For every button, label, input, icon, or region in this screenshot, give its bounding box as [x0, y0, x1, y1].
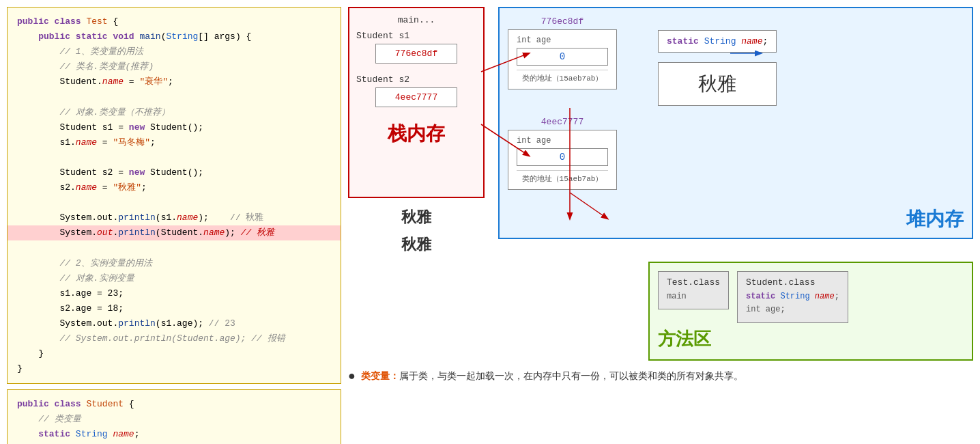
code-line: public class Test {	[17, 14, 331, 29]
output-1: 秋雅	[401, 204, 431, 231]
code-line	[17, 89, 331, 105]
test-class-content: main	[667, 290, 720, 303]
right-panel: main... Student s1 776ec8df Student s2 4…	[348, 7, 973, 444]
bottom-note: ● 类变量：属于类，与类一起加载一次，在内存中只有一份，可以被类和类的所有对象共…	[348, 365, 973, 389]
student-class-box: Student.class static String name; int ag…	[737, 271, 848, 322]
code-test-box: public class Test { public static void m…	[7, 7, 341, 384]
code-line: // 类变量	[17, 412, 331, 427]
code-line: // 对象.实例变量	[17, 271, 331, 286]
stack-item-s2: Student s2 4eec7777	[356, 74, 476, 107]
code-line	[17, 150, 331, 165]
qiuya-value-box: 秋雅	[658, 62, 777, 106]
stack-area-label: 栈内存	[356, 121, 476, 147]
heap-obj2-classaddr: 类的地址（15aeb7ab）	[517, 170, 608, 184]
test-class-name: Test.class	[667, 277, 720, 288]
heap-obj1: int age 0 类的地址（15aeb7ab）	[508, 29, 617, 89]
code-line: s1.age = 23;	[17, 286, 331, 301]
code-line: // 2、实例变量的用法	[17, 256, 331, 271]
note-keyword: 类变量：	[361, 370, 399, 381]
heap-obj2: int age 0 类的地址（15aeb7ab）	[508, 130, 617, 190]
static-name: name	[741, 36, 762, 46]
test-class-box: Test.class main	[658, 271, 729, 309]
heap-obj2-val: 0	[517, 148, 608, 166]
code-line: // 1、类变量的用法	[17, 44, 331, 59]
static-semicolon: ;	[762, 36, 768, 46]
code-line	[17, 240, 331, 255]
code-line: System.out.println(s1.name); // 秋雅	[17, 210, 331, 225]
static-type: String	[704, 36, 736, 46]
bottom-row: Test.class main Student.class static Str…	[348, 262, 973, 360]
code-line: System.out.println(s1.age); // 23	[17, 316, 331, 331]
note-text: 类变量：属于类，与类一起加载一次，在内存中只有一份，可以被类和类的所有对象共享。	[361, 370, 743, 383]
code-line: // 类名.类变量(推荐)	[17, 59, 331, 74]
code-line: }	[17, 346, 331, 361]
code-line: Student s2 = new Student();	[17, 165, 331, 180]
heap-obj1-field: int age	[517, 36, 608, 45]
heap-obj2-addr: 4eec7777	[508, 117, 617, 127]
method-area-label: 方法区	[658, 327, 964, 351]
diagram-full: main... Student s1 776ec8df Student s2 4…	[348, 7, 973, 389]
note-bullet: ●	[348, 369, 356, 383]
code-line: }	[17, 361, 331, 376]
output-labels: 秋雅 秋雅	[401, 204, 431, 258]
code-line: s2.age = 18;	[17, 301, 331, 316]
note-body: 属于类，与类一起加载一次，在内存中只有一份，可以被类和类的所有对象共享。	[399, 370, 743, 381]
stack-addr-s1: 776ec8df	[375, 44, 457, 64]
heap-obj1-val: 0	[517, 48, 608, 66]
heap-static-box: static String name;	[658, 30, 777, 53]
code-line: s2.name = "秋雅";	[17, 180, 331, 195]
static-keyword: static	[667, 36, 699, 46]
qiuya-value: 秋雅	[672, 71, 762, 97]
heap-obj2-field: int age	[517, 136, 608, 145]
code-student-box: public class Student { // 类变量 static Str…	[7, 389, 341, 444]
code-line: // System.out.println(Student.age); // 报…	[17, 331, 331, 346]
heap-area-label: 堆内存	[906, 206, 964, 232]
heap-memory-box: 776ec8df int age 0 类的地址（15aeb7ab） stati	[498, 7, 973, 239]
method-area-box: Test.class main Student.class static Str…	[648, 262, 973, 360]
top-row: main... Student s1 776ec8df Student s2 4…	[348, 7, 973, 258]
stack-label-s2: Student s2	[356, 74, 476, 85]
code-line: Student.name = "衰华";	[17, 74, 331, 89]
stack-label-s1: Student s1	[356, 31, 476, 41]
stack-title: main...	[356, 15, 476, 25]
heap-obj1-classaddr: 类的地址（15aeb7ab）	[517, 70, 608, 83]
code-line: // 对象.类变量（不推荐）	[17, 105, 331, 120]
stack-item-s1: Student s1 776ec8df	[356, 31, 476, 64]
method-classes: Test.class main Student.class static Str…	[658, 271, 964, 322]
code-line: public class Student {	[17, 397, 331, 412]
student-class-content-1: static String name;	[746, 290, 839, 303]
left-panel: public class Test { public static void m…	[7, 7, 341, 444]
stack-memory-box: main... Student s1 776ec8df Student s2 4…	[348, 7, 485, 198]
code-line	[17, 195, 331, 210]
code-line: s1.name = "马冬梅";	[17, 135, 331, 150]
code-line-highlight: System.out.println(Student.name); // 秋雅	[17, 225, 331, 240]
student-class-name: Student.class	[746, 277, 839, 288]
heap-obj1-addr: 776ec8df	[508, 16, 617, 27]
code-line: Student s1 = new Student();	[17, 120, 331, 135]
student-class-content-2: int age;	[746, 303, 839, 316]
code-line: public static void main(String[] args) {	[17, 29, 331, 44]
output-2: 秋雅	[401, 231, 431, 258]
stack-addr-s2: 4eec7777	[375, 87, 457, 107]
code-line: static String name;	[17, 427, 331, 442]
